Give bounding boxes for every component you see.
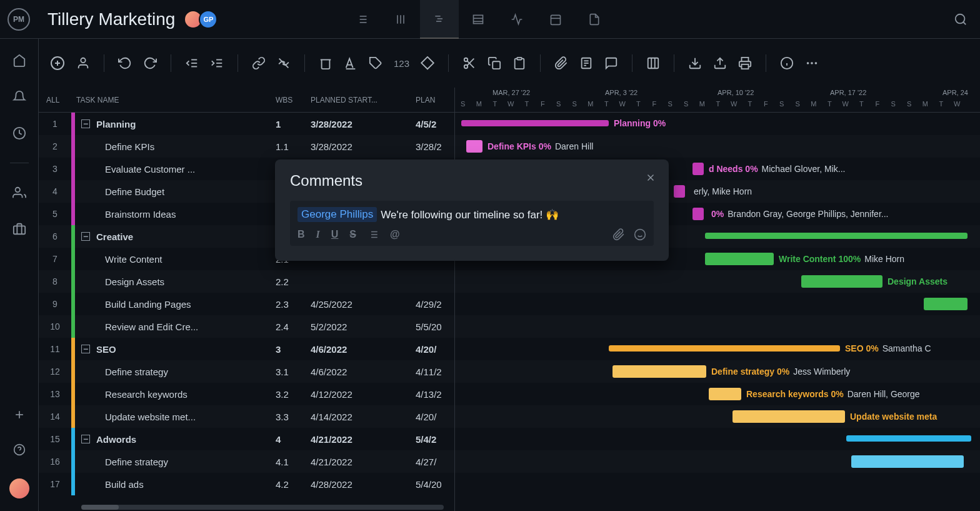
gantt-row[interactable]	[455, 293, 980, 315]
more-icon[interactable]	[805, 56, 819, 70]
gantt-bar[interactable]: Define strategy 0%Jess Wimberly	[612, 365, 706, 378]
home-icon[interactable]	[12, 54, 26, 68]
task-name-cell[interactable]: Build Landing Pages	[75, 299, 276, 310]
task-name-cell[interactable]: Update website met...	[75, 412, 276, 422]
unlink-icon[interactable]	[277, 56, 291, 70]
help-icon[interactable]	[13, 443, 26, 456]
view-list-icon[interactable]	[342, 0, 381, 39]
task-name-cell[interactable]: Research keywords	[75, 389, 276, 400]
task-row[interactable]: 9 Build Landing Pages 2.3 4/25/2022 4/29…	[39, 293, 454, 315]
task-row[interactable]: 10 Review and Edit Cre... 2.4 5/2/2022 5…	[39, 315, 454, 338]
tag-icon[interactable]	[369, 56, 382, 70]
gantt-row[interactable]: Define strategy 0%Jess Wimberly	[455, 360, 980, 383]
view-activity-icon[interactable]	[498, 0, 536, 39]
gantt-bar[interactable]: 0%Brandon Gray, George Phillips, Jennife…	[692, 208, 704, 220]
trash-icon[interactable]	[319, 56, 332, 70]
gantt-row[interactable]: Update website meta	[455, 405, 980, 428]
columns-icon[interactable]	[646, 56, 660, 70]
gantt-bar[interactable]: Planning 0%	[461, 120, 609, 126]
task-name-cell[interactable]: Design Assets	[75, 276, 276, 287]
copy-icon[interactable]	[488, 56, 501, 70]
plus-icon[interactable]	[13, 408, 26, 421]
col-start[interactable]: PLANNED START...	[311, 96, 416, 104]
logo[interactable]: PM	[8, 8, 30, 31]
collapse-toggle[interactable]: −	[81, 345, 90, 353]
user-icon[interactable]	[76, 56, 90, 70]
gantt-row[interactable]: SEO 0%Samantha C	[455, 338, 980, 360]
underline-icon[interactable]: U	[331, 229, 339, 240]
gantt-row[interactable]: Define KPIs 0%Daren Hill	[455, 135, 980, 158]
diamond-icon[interactable]	[421, 56, 434, 70]
gantt-row[interactable]: Planning 0%	[455, 113, 980, 135]
export-icon[interactable]	[713, 56, 727, 70]
italic-icon[interactable]: I	[316, 229, 320, 240]
gantt-bar[interactable]: d Needs 0%Michael Glover, Mik...	[692, 163, 704, 175]
print-icon[interactable]	[738, 56, 752, 70]
indent-icon[interactable]	[210, 56, 224, 70]
task-name-cell[interactable]: Brainstorm Ideas	[75, 209, 276, 220]
task-name-cell[interactable]: Define Budget	[75, 186, 276, 197]
avatar-group[interactable]: GP	[188, 10, 218, 29]
gantt-row[interactable]: Design Assets	[455, 270, 980, 293]
view-gantt-icon[interactable]	[420, 0, 459, 39]
task-name-cell[interactable]: Write Content	[75, 254, 276, 265]
task-row[interactable]: 1 − Planning 1 3/28/2022 4/5/2	[39, 113, 454, 135]
gantt-bar[interactable]: Update website meta	[732, 410, 845, 423]
avatar-gp[interactable]: GP	[199, 10, 218, 29]
col-end[interactable]: PLAN	[416, 96, 454, 104]
task-name-cell[interactable]: Define KPIs	[75, 141, 276, 152]
task-row[interactable]: 13 Research keywords 3.2 4/12/2022 4/13/…	[39, 383, 454, 405]
task-name-cell[interactable]: − Adwords	[75, 434, 276, 445]
gantt-row[interactable]	[455, 473, 980, 495]
collapse-toggle[interactable]: −	[81, 435, 90, 443]
task-name-cell[interactable]: Review and Edit Cre...	[75, 321, 276, 332]
gantt-bar[interactable]: Design Assets	[801, 275, 882, 288]
task-row[interactable]: 14 Update website met... 3.3 4/14/2022 4…	[39, 405, 454, 428]
task-row[interactable]: 11 − SEO 3 4/6/2022 4/20/	[39, 338, 454, 360]
comment-icon[interactable]	[604, 56, 618, 70]
outdent-icon[interactable]	[185, 56, 199, 70]
task-name-cell[interactable]: Define strategy	[75, 367, 276, 377]
gantt-bar[interactable]: Research keywords 0%Daren Hill, George	[709, 388, 741, 400]
view-board-icon[interactable]	[381, 0, 420, 39]
task-row[interactable]: 16 Define strategy 4.1 4/21/2022 4/27/	[39, 450, 454, 473]
attach-icon[interactable]	[612, 228, 625, 241]
task-name-cell[interactable]: Build ads	[75, 479, 276, 490]
view-file-icon[interactable]	[575, 0, 614, 39]
import-icon[interactable]	[688, 56, 702, 70]
task-name-cell[interactable]: − SEO	[75, 344, 276, 355]
profile-avatar[interactable]	[9, 478, 29, 498]
task-row[interactable]: 15 − Adwords 4 4/21/2022 5/4/2	[39, 428, 454, 450]
gantt-bar[interactable]: SEO 0%Samantha C	[609, 345, 840, 352]
task-row[interactable]: 2 Define KPIs 1.1 3/28/2022 3/28/2	[39, 135, 454, 158]
gantt-bar[interactable]: Define KPIs 0%Daren Hill	[466, 140, 482, 153]
gantt-bar[interactable]	[846, 435, 971, 442]
close-icon[interactable]	[645, 172, 656, 183]
col-wbs[interactable]: WBS	[276, 96, 311, 104]
h-scrollbar[interactable]	[81, 505, 444, 510]
view-calendar-icon[interactable]	[536, 0, 575, 39]
info-icon[interactable]	[780, 56, 794, 70]
comment-input[interactable]: George Phillips We're following our time…	[290, 201, 654, 246]
cut-icon[interactable]	[462, 56, 476, 70]
emoji-icon[interactable]	[634, 228, 646, 241]
col-taskname[interactable]: TASK NAME	[71, 96, 276, 104]
task-row[interactable]: 12 Define strategy 3.1 4/6/2022 4/11/2	[39, 360, 454, 383]
gantt-row[interactable]	[455, 428, 980, 450]
number-label[interactable]: 123	[394, 58, 409, 69]
view-table-icon[interactable]	[459, 0, 498, 39]
gantt-row[interactable]: Research keywords 0%Daren Hill, George	[455, 383, 980, 405]
attachment-icon[interactable]	[554, 56, 568, 70]
add-circle-icon[interactable]	[50, 56, 65, 71]
paste-icon[interactable]	[512, 56, 526, 70]
strike-icon[interactable]: S	[349, 229, 356, 240]
undo-icon[interactable]	[118, 56, 132, 70]
mention[interactable]: George Phillips	[298, 207, 377, 222]
task-name-cell[interactable]: − Creative	[75, 231, 276, 242]
task-name-cell[interactable]: − Planning	[75, 119, 276, 129]
gantt-row[interactable]	[455, 315, 980, 338]
gantt-bar[interactable]	[705, 233, 968, 239]
task-row[interactable]: 17 Build ads 4.2 4/28/2022 5/4/20	[39, 473, 454, 495]
briefcase-icon[interactable]	[12, 222, 26, 236]
bold-icon[interactable]: B	[298, 229, 305, 240]
